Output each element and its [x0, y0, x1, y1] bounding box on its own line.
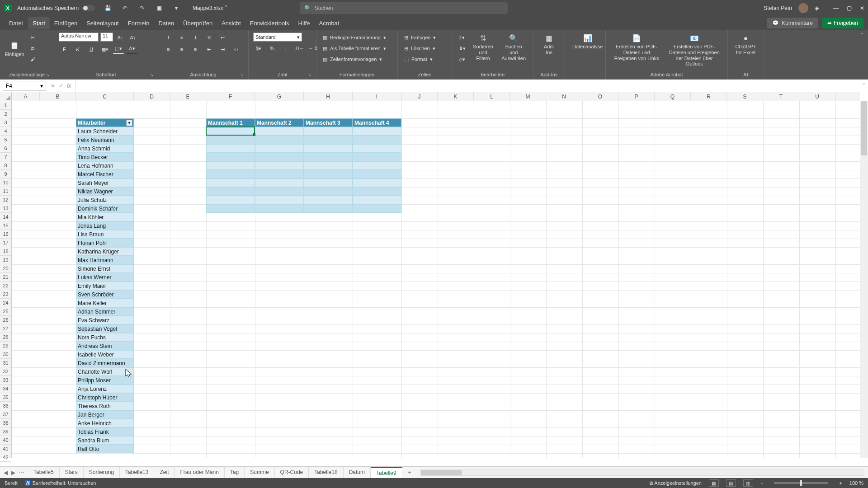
table-cell[interactable]: Christoph Huber: [76, 393, 134, 402]
column-header[interactable]: G: [255, 92, 304, 101]
horizontal-scrollbar[interactable]: [420, 469, 864, 476]
merge-icon[interactable]: ⇔: [231, 44, 241, 54]
scrollbar-thumb[interactable]: [861, 101, 867, 155]
row-header[interactable]: 9: [0, 170, 11, 178]
row-header[interactable]: 35: [0, 393, 11, 402]
row-header[interactable]: 5: [0, 136, 11, 144]
column-header[interactable]: F: [206, 92, 255, 101]
row-header[interactable]: 7: [0, 153, 11, 161]
table-cell[interactable]: [255, 127, 304, 136]
fx-icon[interactable]: fx: [67, 83, 71, 89]
display-settings[interactable]: 🖥 Anzeigeeinstellungen: [648, 480, 702, 486]
select-all-corner[interactable]: [0, 92, 12, 101]
row-header[interactable]: 19: [0, 256, 11, 264]
column-header[interactable]: C: [76, 92, 134, 101]
insert-cells-button[interactable]: ⊞Einfügen ▾: [402, 33, 438, 42]
paste-button[interactable]: 📋Einfügen: [5, 33, 24, 65]
sheet-tab[interactable]: Stars: [60, 467, 84, 478]
italic-icon[interactable]: K: [72, 44, 83, 54]
table-cell[interactable]: Julia Schulz: [76, 196, 134, 204]
row-header[interactable]: 11: [0, 187, 11, 196]
fill-icon[interactable]: ⬇▾: [457, 43, 467, 53]
table-cell[interactable]: Jonas Lang: [76, 221, 134, 230]
column-header[interactable]: B: [40, 92, 76, 101]
column-header[interactable]: I: [353, 92, 401, 101]
table-cell[interactable]: Sarah Meyer: [76, 178, 134, 187]
align-right-icon[interactable]: ≡: [190, 44, 201, 54]
row-header[interactable]: 41: [0, 445, 11, 453]
sheet-tab[interactable]: Tabelle18: [309, 467, 343, 478]
table-cell[interactable]: [206, 204, 255, 213]
table-cell[interactable]: Theresa Roth: [76, 402, 134, 410]
table-cell[interactable]: Adrian Sommer: [76, 307, 134, 316]
formula-bar[interactable]: [75, 81, 860, 91]
maximize-icon[interactable]: ▢: [847, 5, 852, 11]
table-cell[interactable]: [353, 178, 401, 187]
row-header[interactable]: 4: [0, 127, 11, 136]
table-header-cell[interactable]: Mitarbeiter▼: [76, 118, 134, 127]
addins-button[interactable]: ▦Add-Ins: [538, 33, 560, 57]
vertical-scrollbar[interactable]: [860, 101, 868, 458]
increase-indent-icon[interactable]: ⇥: [217, 44, 228, 54]
row-header[interactable]: 18: [0, 247, 11, 256]
column-header[interactable]: K: [438, 92, 474, 101]
tab-entwicklertools[interactable]: Entwicklertools: [245, 17, 294, 29]
row-header[interactable]: 38: [0, 419, 11, 427]
table-cell[interactable]: Sandra Blum: [76, 436, 134, 445]
column-header[interactable]: A: [12, 92, 40, 101]
table-cell[interactable]: [353, 170, 401, 178]
table-cell[interactable]: [206, 178, 255, 187]
row-header[interactable]: 14: [0, 213, 11, 221]
page-layout-view-icon[interactable]: ▤: [726, 479, 736, 487]
table-cell[interactable]: [255, 153, 304, 161]
row-header[interactable]: 13: [0, 204, 11, 213]
table-cell[interactable]: Niklas Wagner: [76, 187, 134, 196]
table-cell[interactable]: [304, 187, 353, 196]
table-cell[interactable]: [353, 127, 401, 136]
avatar[interactable]: [798, 3, 808, 13]
find-select-button[interactable]: 🔍Suchen und Auswählen: [499, 33, 528, 63]
row-header[interactable]: 40: [0, 436, 11, 445]
redo-icon[interactable]: ↷: [137, 3, 147, 13]
table-cell[interactable]: [304, 170, 353, 178]
row-header[interactable]: 20: [0, 264, 11, 273]
sort-filter-button[interactable]: ⇅Sortieren und Filtern: [470, 33, 496, 63]
zoom-slider[interactable]: [774, 482, 828, 484]
normal-view-icon[interactable]: ▦: [709, 479, 719, 487]
page-break-view-icon[interactable]: ▥: [743, 479, 753, 487]
close-icon[interactable]: ✕: [860, 5, 864, 11]
row-header[interactable]: 23: [0, 290, 11, 299]
autosum-icon[interactable]: Σ▾: [457, 33, 467, 42]
table-cell[interactable]: Laura Schneider: [76, 127, 134, 136]
tab-formeln[interactable]: Formeln: [123, 17, 154, 29]
row-header[interactable]: 34: [0, 385, 11, 393]
decrease-indent-icon[interactable]: ⇤: [203, 44, 214, 54]
table-header-cell[interactable]: Mannschaft 4: [353, 118, 401, 127]
table-cell[interactable]: [353, 161, 401, 170]
pdf-share-link-button[interactable]: 📄Erstellen von PDF-Dateien und Freigeben…: [610, 33, 663, 63]
row-header[interactable]: 25: [0, 307, 11, 316]
table-cell[interactable]: Mia Köhler: [76, 213, 134, 221]
table-header-cell[interactable]: Mannschaft 3: [304, 118, 353, 127]
align-top-icon[interactable]: ⤒: [163, 33, 174, 42]
row-header[interactable]: 10: [0, 178, 11, 187]
row-header[interactable]: 37: [0, 410, 11, 419]
table-cell[interactable]: [206, 136, 255, 144]
clear-icon[interactable]: ◇▾: [457, 54, 467, 64]
column-header[interactable]: E: [170, 92, 206, 101]
column-header[interactable]: O: [582, 92, 618, 101]
sheet-tab[interactable]: Summe: [245, 467, 274, 478]
conditional-formatting-button[interactable]: ▦Bedingte Formatierung ▾: [321, 33, 388, 42]
tab-hilfe[interactable]: Hilfe: [294, 17, 315, 29]
tab-einfügen[interactable]: Einfügen: [50, 17, 82, 29]
filename[interactable]: Mappe3.xlsx ˅: [193, 5, 227, 11]
tab-überprüfen[interactable]: Überprüfen: [179, 17, 217, 29]
row-header[interactable]: 36: [0, 402, 11, 410]
table-cell[interactable]: [206, 170, 255, 178]
table-cell[interactable]: [255, 144, 304, 153]
table-cell[interactable]: [353, 153, 401, 161]
table-cell[interactable]: Eva Schwarz: [76, 316, 134, 324]
align-middle-icon[interactable]: ≡: [176, 33, 187, 42]
tab-start[interactable]: Start: [28, 17, 49, 29]
comments-button[interactable]: 💬Kommentare: [767, 18, 818, 28]
